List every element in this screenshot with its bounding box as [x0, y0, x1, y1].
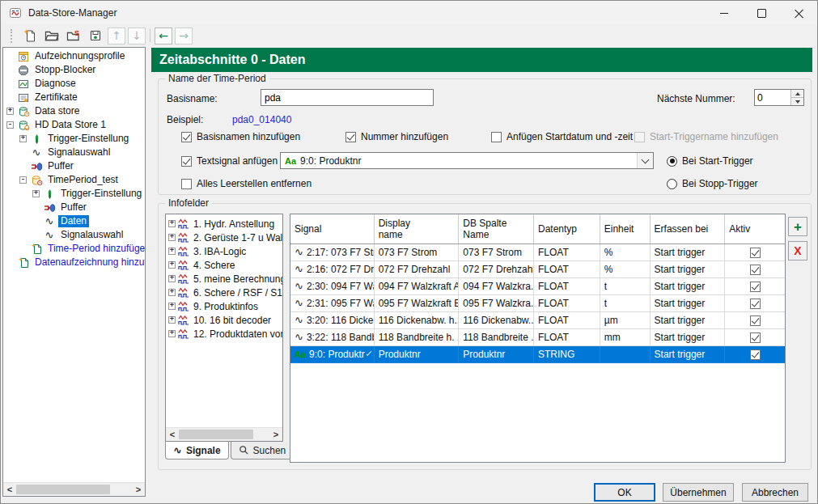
aktiv-checkbox[interactable]: [750, 282, 761, 292]
delete-row-button[interactable]: X: [788, 241, 807, 260]
ok-button[interactable]: OK: [594, 483, 655, 502]
column-header-signal[interactable]: Signal: [290, 214, 375, 244]
signal-group-item[interactable]: +1. Hydr. Anstellung: [166, 217, 282, 231]
sidebar-item-aufzeichnungsprofile[interactable]: Aufzeichnungsprofile: [3, 49, 145, 63]
checkbox-box[interactable]: [181, 156, 192, 167]
save-as-button[interactable]: S: [64, 27, 83, 44]
tree-horizontal-scrollbar[interactable]: < >: [3, 482, 145, 496]
table-row[interactable]: ∿2:17: 073 F7 Str073 F7 Strom073 F7 Stro…: [290, 244, 785, 261]
sidebar-item-data-store[interactable]: +Data store: [3, 104, 145, 118]
new-profile-button[interactable]: [20, 27, 40, 44]
scroll-right-icon[interactable]: >: [269, 428, 282, 441]
checkbox-box[interactable]: [491, 132, 502, 142]
expand-icon[interactable]: +: [6, 108, 14, 115]
checkbox-box[interactable]: [345, 132, 356, 142]
expand-icon[interactable]: +: [168, 303, 176, 310]
signal-group-item[interactable]: +3. IBA-Logic: [166, 244, 282, 258]
signal-group-item[interactable]: +6. Schere / RSF / S1-S: [166, 286, 282, 299]
checkbox-startdatum[interactable]: Anfügen Startdatum und -zeit: [491, 131, 633, 142]
expand-icon[interactable]: +: [168, 234, 176, 241]
sidebar-item-trigger-einstellung[interactable]: +Trigger-Einstellung: [3, 132, 145, 146]
cancel-button[interactable]: Abbrechen: [742, 483, 808, 502]
sidebar-item-hd-data-store-1[interactable]: -HD Data Store 1: [3, 118, 145, 132]
column-header-db-spalte[interactable]: DB Spalte Name: [459, 214, 534, 244]
aktiv-checkbox[interactable]: [750, 316, 761, 326]
next-number-stepper[interactable]: [754, 89, 804, 106]
checkbox-box[interactable]: [181, 132, 192, 142]
checkbox-nummer-hinzufuegen[interactable]: Nummer hinzufügen: [345, 131, 448, 142]
spin-down-icon[interactable]: [791, 98, 803, 105]
column-header-datentyp[interactable]: Datentyp: [534, 214, 600, 244]
aktiv-checkbox[interactable]: [750, 349, 761, 360]
table-row[interactable]: ∿3:22: 118 Bandb118 Bandbreite h. ...118…: [290, 329, 785, 346]
sidebar-item-diagnose[interactable]: Diagnose: [3, 77, 145, 91]
signal-list-horizontal-scrollbar[interactable]: < >: [166, 427, 282, 441]
basisname-input[interactable]: [261, 89, 434, 106]
open-folder-button[interactable]: [42, 27, 61, 44]
textsignal-combobox[interactable]: Aa 9:0: Produktnr: [280, 152, 654, 169]
spin-up-icon[interactable]: [791, 90, 803, 98]
checkbox-basisnamen-hinzufuegen[interactable]: Basisnamen hinzufügen: [181, 131, 300, 142]
radio-bei-start-trigger[interactable]: Bei Start-Trigger: [667, 155, 753, 167]
scroll-left-icon[interactable]: <: [166, 428, 179, 441]
sidebar-item-signalauswahl[interactable]: ∿Signalauswahl: [3, 146, 145, 159]
column-header-aktiv[interactable]: Aktiv: [725, 214, 785, 244]
collapse-icon[interactable]: -: [19, 176, 27, 184]
save-button[interactable]: [86, 27, 105, 44]
scroll-thumb[interactable]: [179, 430, 253, 439]
tab-suchen[interactable]: Suchen: [231, 442, 295, 460]
maximize-button[interactable]: [743, 1, 780, 25]
sidebar-item-timeperiod-test[interactable]: -TimePeriod_test: [3, 173, 145, 187]
close-button[interactable]: [780, 1, 817, 25]
signal-group-item[interactable]: +10. 16 bit decoder: [166, 313, 282, 327]
table-row[interactable]: ∿3:20: 116 Dicken116 Dickenabw. h....116…: [290, 312, 785, 329]
table-row[interactable]: ∿2:16: 072 F7 Dre072 F7 Drehzahl072 F7 D…: [290, 261, 785, 278]
sidebar-item-signalauswahl[interactable]: ∿Signalauswahl: [3, 228, 145, 242]
expand-icon[interactable]: +: [168, 275, 176, 282]
move-up-button[interactable]: ↑: [108, 28, 125, 44]
column-header-erfassen-bei[interactable]: Erfassen bei: [651, 214, 726, 244]
checkbox-leerstellen[interactable]: Alles Leerstellen entfernen: [181, 178, 312, 189]
column-header-display[interactable]: Display name: [375, 214, 460, 244]
sidebar-item-puffer[interactable]: Puffer: [3, 159, 145, 173]
collapse-icon[interactable]: -: [6, 121, 14, 129]
aktiv-checkbox[interactable]: [750, 248, 761, 258]
expand-icon[interactable]: +: [168, 316, 176, 324]
sidebar-item-zertifikate[interactable]: Zertifikate: [3, 91, 145, 104]
sidebar-item-time-period-hinzuf-gen[interactable]: Time-Period hinzufügen .: [3, 242, 145, 256]
signal-group-item[interactable]: +4. Schere: [166, 258, 282, 272]
sidebar-item-trigger-einstellung[interactable]: +Trigger-Einstellung: [3, 187, 145, 201]
table-row[interactable]: Aa9:0: ProduktrProduktnrProduktnrSTRINGS…: [290, 346, 785, 363]
table-row[interactable]: ∿2:31: 095 F7 Wa095 F7 Walzkraft BS095 F…: [290, 295, 785, 312]
sidebar-item-daten[interactable]: ∿Daten: [3, 214, 145, 228]
scroll-thumb[interactable]: [16, 485, 110, 494]
combobox-dropdown-button[interactable]: [637, 153, 653, 168]
chevron-down-icon[interactable]: [367, 350, 371, 355]
add-row-button[interactable]: +: [788, 217, 807, 236]
nav-back-button[interactable]: ←: [155, 28, 172, 44]
move-down-button[interactable]: ↓: [128, 28, 146, 44]
signal-group-item[interactable]: +9. Produktinfos: [166, 299, 282, 313]
aktiv-checkbox[interactable]: [750, 265, 761, 275]
sidebar-item-stopp-blocker[interactable]: Stopp-Blocker: [3, 63, 145, 77]
expand-icon[interactable]: +: [19, 135, 27, 142]
tab-signale[interactable]: ∿Signale: [165, 442, 229, 460]
sidebar-item-puffer[interactable]: Puffer: [3, 201, 145, 214]
expand-icon[interactable]: +: [168, 289, 176, 296]
minimize-button[interactable]: [706, 1, 743, 25]
signal-group-item[interactable]: +12. Produktdaten von L: [166, 327, 282, 341]
sidebar-item-datenaufzeichnung-hinzuf-g[interactable]: Datenaufzeichnung hinzufüg: [3, 256, 145, 269]
expand-icon[interactable]: +: [32, 190, 40, 197]
nav-forward-button[interactable]: →: [175, 28, 193, 44]
expand-icon[interactable]: +: [168, 220, 176, 227]
column-header-einheit[interactable]: Einheit: [600, 214, 651, 244]
aktiv-checkbox[interactable]: [750, 332, 761, 343]
scroll-left-icon[interactable]: <: [3, 483, 16, 496]
expand-icon[interactable]: +: [168, 330, 176, 337]
checkbox-box[interactable]: [181, 179, 192, 189]
table-row[interactable]: ∿2:30: 094 F7 Wa094 F7 Walzkraft AS094 F…: [290, 278, 785, 295]
scroll-right-icon[interactable]: >: [132, 483, 145, 496]
next-number-input[interactable]: [755, 90, 790, 105]
signal-group-item[interactable]: +5. meine Berechnungen: [166, 272, 282, 286]
apply-button[interactable]: Übernehmen: [663, 483, 734, 502]
